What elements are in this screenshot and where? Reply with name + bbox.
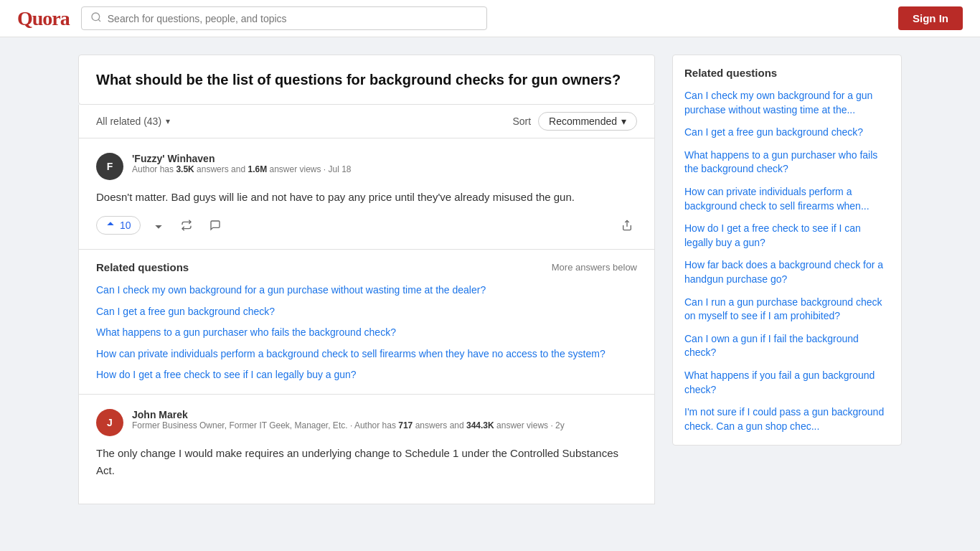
related-inner-card: Related questions More answers below Can… — [78, 250, 655, 395]
answer-actions-1: 10 — [96, 216, 637, 235]
search-icon — [90, 11, 102, 25]
sign-in-button[interactable]: Sign In — [898, 6, 963, 30]
author-name-2[interactable]: John Marek — [132, 409, 565, 420]
sort-recommended-button[interactable]: Recommended ▾ — [538, 112, 637, 131]
filter-bar: All related (43) ▾ Sort Recommended ▾ — [78, 105, 655, 138]
search-bar — [81, 6, 488, 30]
upvote-icon — [105, 220, 116, 230]
related-link-2[interactable]: What happens to a gun purchaser who fail… — [96, 326, 396, 338]
list-item: Can I own a gun if I fail the background… — [684, 332, 890, 360]
reshare-button-1[interactable] — [176, 217, 197, 234]
all-related-label: All related (43) — [96, 116, 161, 127]
page-content: What should be the list of questions for… — [67, 37, 913, 522]
list-item: How far back does a background check for… — [684, 258, 890, 286]
avatar-john: J — [96, 409, 123, 436]
recommended-label: Recommended — [549, 116, 617, 127]
more-answers-label: More answers below — [552, 262, 637, 273]
author-meta-1: Author has 3.5K answers and 1.6M answer … — [132, 164, 352, 174]
header: Quora Sign In — [0, 0, 980, 37]
question-title: What should be the list of questions for… — [96, 70, 637, 90]
answer-card-2: J John Marek Former Business Owner, Form… — [78, 395, 655, 504]
related-link-3[interactable]: How can private individuals perform a ba… — [96, 348, 606, 359]
sidebar-link-0[interactable]: Can I check my own background for a gun … — [684, 90, 872, 116]
author-info-1: 'Fuzzy' Winhaven Author has 3.5K answers… — [132, 153, 352, 174]
sidebar-link-8[interactable]: What happens if you fail a gun backgroun… — [684, 369, 875, 395]
svg-point-0 — [92, 13, 100, 21]
sidebar-card: Related questions Can I check my own bac… — [672, 55, 902, 446]
answer-text-1: Doesn't matter. Bad guys will lie and no… — [96, 189, 637, 206]
sidebar-list: Can I check my own background for a gun … — [684, 89, 890, 433]
list-item: Can I get a free gun background check? — [684, 126, 890, 140]
sidebar-link-1[interactable]: Can I get a free gun background check? — [684, 126, 863, 138]
chevron-down-icon: ▾ — [166, 116, 170, 126]
upvote-button-1[interactable]: 10 — [96, 216, 141, 235]
avatar-fuzzy: F — [96, 153, 123, 180]
list-item: Can I check my own background for a gun … — [96, 283, 637, 298]
downvote-button-1[interactable] — [149, 217, 168, 233]
sidebar-title: Related questions — [684, 67, 890, 79]
list-item: How can private individuals perform a ba… — [684, 185, 890, 213]
sidebar-link-5[interactable]: How far back does a background check for… — [684, 259, 883, 285]
answer-text-2: The only change I would make requires an… — [96, 445, 637, 479]
sort-label: Sort — [512, 116, 531, 127]
related-inner-title: Related questions — [96, 261, 189, 273]
sidebar-link-2[interactable]: What happens to a gun purchaser who fail… — [684, 149, 877, 175]
sidebar-link-6[interactable]: Can I run a gun purchase background chec… — [684, 296, 882, 322]
author-row-1: F 'Fuzzy' Winhaven Author has 3.5K answe… — [96, 153, 637, 180]
list-item: Can I run a gun purchase background chec… — [684, 296, 890, 324]
list-item: What happens to a gun purchaser who fail… — [684, 149, 890, 176]
comment-icon — [209, 220, 221, 231]
chevron-down-icon: ▾ — [621, 116, 626, 127]
related-link-4[interactable]: How do I get a free check to see if I ca… — [96, 369, 357, 380]
question-card: What should be the list of questions for… — [78, 55, 655, 105]
share-button-1[interactable] — [617, 217, 637, 234]
list-item: How do I get a free check to see if I ca… — [96, 368, 637, 382]
upvote-count-1: 10 — [120, 220, 131, 231]
list-item: What happens to a gun purchaser who fail… — [96, 326, 637, 340]
answer-card-1: F 'Fuzzy' Winhaven Author has 3.5K answe… — [78, 138, 655, 250]
share-icon — [621, 220, 633, 231]
list-item: What happens if you fail a gun backgroun… — [684, 369, 890, 397]
related-link-1[interactable]: Can I get a free gun background check? — [96, 306, 275, 317]
downvote-icon — [154, 220, 164, 230]
reshare-icon — [181, 220, 192, 231]
author-row-2: J John Marek Former Business Owner, Form… — [96, 409, 637, 436]
author-name-1[interactable]: 'Fuzzy' Winhaven — [132, 153, 352, 164]
related-inner-header: Related questions More answers below — [96, 261, 637, 273]
related-inner-list: Can I check my own background for a gun … — [96, 283, 637, 382]
sidebar-link-7[interactable]: Can I own a gun if I fail the background… — [684, 333, 859, 359]
comment-button-1[interactable] — [205, 217, 225, 234]
sidebar: Related questions Can I check my own bac… — [672, 55, 902, 446]
list-item: Can I check my own background for a gun … — [684, 89, 890, 117]
svg-line-1 — [98, 19, 100, 22]
author-info-2: John Marek Former Business Owner, Former… — [132, 409, 565, 430]
list-item: How do I get a free check to see if I ca… — [684, 222, 890, 250]
sidebar-link-4[interactable]: How do I get a free check to see if I ca… — [684, 222, 861, 248]
search-input[interactable] — [108, 13, 479, 24]
filter-all-related[interactable]: All related (43) ▾ — [96, 116, 170, 127]
related-link-0[interactable]: Can I check my own background for a gun … — [96, 284, 486, 296]
list-item: Can I get a free gun background check? — [96, 305, 637, 319]
logo[interactable]: Quora — [17, 7, 70, 30]
sidebar-link-3[interactable]: How can private individuals perform a ba… — [684, 186, 870, 212]
sidebar-link-9[interactable]: I'm not sure if I could pass a gun backg… — [684, 406, 884, 432]
main-column: What should be the list of questions for… — [78, 55, 655, 504]
list-item: How can private individuals perform a ba… — [96, 347, 637, 362]
list-item: I'm not sure if I could pass a gun backg… — [684, 405, 890, 433]
filter-right: Sort Recommended ▾ — [512, 112, 637, 131]
author-meta-2: Former Business Owner, Former IT Geek, M… — [132, 420, 565, 430]
